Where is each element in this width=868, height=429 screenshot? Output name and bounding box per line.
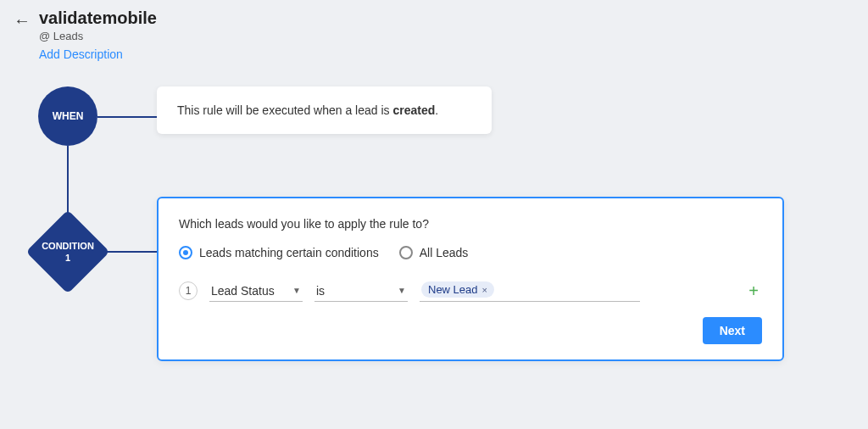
criteria-field-dropdown[interactable]: Lead Status ▼	[209, 281, 303, 302]
module-subtitle: @ Leads	[39, 30, 157, 42]
radio-icon-unselected	[399, 246, 413, 259]
chevron-down-icon: ▼	[292, 286, 301, 295]
when-node[interactable]: WHEN	[38, 86, 97, 146]
criteria-operator-dropdown[interactable]: is ▼	[314, 281, 408, 302]
criteria-row-number: 1	[179, 281, 198, 300]
when-node-label: WHEN	[53, 110, 84, 122]
when-card[interactable]: This rule will be executed when a lead i…	[157, 86, 492, 134]
add-criteria-icon[interactable]: +	[745, 281, 762, 301]
criteria-row: 1 Lead Status ▼ is ▼ New Lead × +	[179, 280, 762, 302]
condition-question: Which leads would you like to apply the …	[179, 217, 762, 231]
criteria-value-input[interactable]: New Lead ×	[420, 280, 640, 302]
header-main: validatemobile @ Leads Add Description	[39, 8, 157, 61]
next-button[interactable]: Next	[703, 317, 762, 344]
radio-icon-selected	[179, 246, 192, 259]
page-header: ← validatemobile @ Leads Add Description	[0, 0, 868, 61]
radio-all[interactable]: All Leads	[399, 246, 469, 259]
when-text-after: .	[435, 103, 438, 117]
criteria-operator-value: is	[316, 284, 325, 298]
radio-all-label: All Leads	[420, 246, 469, 259]
module-name: Leads	[53, 30, 83, 42]
criteria-field-value: Lead Status	[211, 284, 275, 298]
when-text-before: This rule will be executed when a lead i…	[177, 103, 392, 117]
radio-matching[interactable]: Leads matching certain conditions	[179, 246, 379, 259]
value-chip-label: New Lead	[428, 283, 478, 296]
radio-group: Leads matching certain conditions All Le…	[179, 246, 762, 259]
radio-matching-label: Leads matching certain conditions	[199, 246, 379, 259]
condition-label-text: CONDITION	[42, 241, 94, 251]
connector-when-card	[97, 116, 157, 118]
chevron-down-icon: ▼	[398, 286, 406, 295]
condition-node[interactable]: CONDITION 1	[25, 209, 110, 294]
chip-remove-icon[interactable]: ×	[482, 285, 487, 295]
workflow-title: validatemobile	[39, 8, 157, 28]
add-description-link[interactable]: Add Description	[39, 47, 157, 61]
condition-footer: Next	[179, 317, 762, 344]
back-arrow-icon[interactable]: ←	[14, 8, 31, 29]
when-text-bold: created	[392, 103, 435, 117]
module-prefix: @	[39, 30, 50, 42]
condition-label-number: 1	[65, 253, 70, 263]
workflow-canvas: WHEN This rule will be executed when a l…	[0, 61, 868, 417]
condition-card: Which leads would you like to apply the …	[157, 197, 784, 361]
condition-node-label: CONDITION 1	[25, 240, 110, 265]
value-chip: New Lead ×	[421, 281, 494, 298]
